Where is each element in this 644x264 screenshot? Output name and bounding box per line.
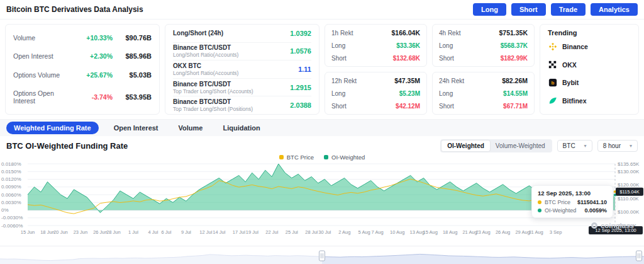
trade-button[interactable]: Trade bbox=[551, 3, 586, 16]
svg-text:10 Aug: 10 Aug bbox=[390, 229, 404, 235]
svg-text:$120.00K: $120.00K bbox=[618, 182, 640, 188]
rekt-title: 24h Rekt bbox=[439, 77, 464, 84]
trending-item-okx[interactable]: OKX bbox=[548, 56, 631, 74]
tab-weighted-funding-rate[interactable]: Weighted Funding Rate bbox=[6, 122, 99, 134]
oi-weighted-legend-swatch bbox=[324, 155, 328, 159]
trending-item-binance[interactable]: Binance bbox=[548, 38, 631, 56]
svg-text:$135.65K: $135.65K bbox=[618, 161, 640, 167]
stat-change: -3.74% bbox=[77, 93, 113, 101]
chart-tooltip: 12 Sep 2025, 13:00 BTC Price $115041.10 … bbox=[531, 185, 613, 218]
analytics-button[interactable]: Analytics bbox=[591, 3, 638, 16]
svg-text:$130.00K: $130.00K bbox=[618, 169, 640, 175]
stat-label: Open Interest bbox=[13, 52, 77, 60]
stat-label: Options Open Interest bbox=[13, 89, 77, 105]
rekt-card-24h: 24h Rekt $82.26M Long $14.55M Short $67.… bbox=[432, 72, 535, 115]
stat-row-open-interest: Open Interest +2.30% $85.96B bbox=[13, 52, 152, 60]
svg-text:26 Jun: 26 Jun bbox=[93, 229, 108, 235]
svg-text:b: b bbox=[551, 80, 554, 86]
svg-text:9 Jul: 9 Jul bbox=[181, 229, 191, 235]
chart-header: BTC OI-Weighted Funding Rate OI-Weighted… bbox=[0, 136, 644, 152]
svg-text:20 Jun: 20 Jun bbox=[53, 229, 68, 235]
top-bar: Bitcoin BTC Derivatives Data Analysis Lo… bbox=[0, 0, 644, 20]
svg-text:31 Aug: 31 Aug bbox=[528, 229, 543, 235]
long-button[interactable]: Long bbox=[473, 3, 506, 16]
ratio-subtitle: Top Trader Long/Short (Positions) bbox=[173, 106, 253, 112]
short-button[interactable]: Short bbox=[511, 3, 546, 16]
ratio-title: Binance BTC/USDT bbox=[173, 81, 253, 88]
rekt-total: $751.35K bbox=[499, 29, 528, 37]
stat-change: +25.67% bbox=[77, 71, 113, 79]
tab-liquidation[interactable]: Liquidation bbox=[218, 122, 265, 134]
svg-text:15 Aug: 15 Aug bbox=[423, 229, 437, 235]
legend-item-oi-weighted[interactable]: OI-Weighted bbox=[324, 154, 365, 161]
tooltip-oi-weighted-dot bbox=[538, 209, 541, 212]
top-actions: Long Short Trade Analytics bbox=[473, 3, 638, 16]
stat-row-options-open-interest: Options Open Interest -3.74% $53.95B bbox=[13, 89, 152, 105]
chart-legend: BTC Price OI-Weighted bbox=[0, 152, 644, 161]
rekt-cards-grid: 1h Rekt $166.04K Long $33.36K Short $132… bbox=[325, 24, 535, 115]
svg-text:4 Jul: 4 Jul bbox=[148, 229, 158, 235]
svg-text:$115.04K: $115.04K bbox=[619, 189, 640, 195]
trending-item-label: OKX bbox=[562, 61, 577, 69]
tooltip-label: OI-Weighted bbox=[545, 207, 576, 214]
oi-weighted-toggle-button[interactable]: OI-Weighted bbox=[441, 141, 490, 151]
range-navigator-plot[interactable] bbox=[0, 246, 644, 264]
rekt-long-value: $5.23M bbox=[399, 90, 420, 97]
tab-volume[interactable]: Volume bbox=[174, 122, 208, 134]
ratio-row: Long/Short (24h) 1.0392 bbox=[173, 25, 311, 43]
rekt-short-value: $132.68K bbox=[393, 55, 420, 62]
trending-item-bybit[interactable]: b Bybit bbox=[548, 74, 631, 92]
svg-text:-0.0030%: -0.0030% bbox=[1, 215, 23, 221]
chart-range-navigator[interactable] bbox=[0, 246, 644, 264]
svg-text:18 Aug: 18 Aug bbox=[443, 229, 457, 235]
rekt-short-label: Short bbox=[439, 55, 454, 62]
interval-select[interactable]: 8 hour ▾ bbox=[597, 140, 638, 152]
stat-change: +10.33% bbox=[77, 34, 113, 42]
rekt-long-label: Long bbox=[439, 42, 453, 49]
stat-label: Volume bbox=[13, 34, 77, 42]
trending-item-label: Binance bbox=[562, 43, 588, 50]
section-tabs: Weighted Funding Rate Open Interest Volu… bbox=[0, 119, 644, 136]
trending-item-bitfinex[interactable]: Bitfinex bbox=[548, 92, 631, 110]
ratio-title: OKX BTC bbox=[173, 62, 238, 69]
rekt-short-value: $182.99K bbox=[501, 55, 528, 62]
svg-text:1 Jul: 1 Jul bbox=[128, 229, 138, 235]
watermark-text: coinglass bbox=[601, 222, 634, 229]
legend-label: BTC Price bbox=[287, 154, 314, 161]
svg-text:23 Jun: 23 Jun bbox=[74, 229, 88, 235]
rekt-card-12h: 12h Rekt $47.35M Long $5.23M Short $42.1… bbox=[325, 72, 427, 115]
svg-text:29 Aug: 29 Aug bbox=[515, 229, 530, 235]
svg-text:21 Aug: 21 Aug bbox=[462, 229, 477, 235]
rekt-long-value: $568.37K bbox=[501, 42, 528, 49]
coin-select[interactable]: BTC ▾ bbox=[557, 140, 592, 152]
chart-area[interactable]: 0.0180%0.0150%0.0120%0.0090%0.0060%0.003… bbox=[0, 161, 644, 246]
svg-text:0.0030%: 0.0030% bbox=[1, 200, 21, 205]
svg-text:0.0060%: 0.0060% bbox=[1, 192, 21, 198]
svg-text:18 Jun: 18 Jun bbox=[40, 229, 55, 235]
volume-weighted-toggle-button[interactable]: Volume-Weighted bbox=[490, 141, 551, 151]
coinglass-logo-icon bbox=[591, 222, 597, 229]
ratio-value: 1.2915 bbox=[290, 84, 311, 91]
legend-item-btc-price[interactable]: BTC Price bbox=[279, 154, 314, 161]
chart-controls: OI-Weighted Volume-Weighted BTC ▾ 8 hour… bbox=[440, 139, 638, 152]
ratio-subtitle: Long/Short Ratio(Accounts) bbox=[173, 52, 238, 58]
market-stats-card: Volume +10.33% $90.76B Open Interest +2.… bbox=[5, 24, 160, 115]
rekt-long-label: Long bbox=[331, 42, 345, 49]
rekt-long-label: Long bbox=[331, 90, 345, 97]
tooltip-value: 0.0059% bbox=[584, 207, 607, 214]
ratio-row: OKX BTC Long/Short Ratio(Accounts) 1.11 bbox=[173, 60, 311, 79]
svg-text:28 Jul: 28 Jul bbox=[305, 229, 318, 235]
svg-text:12 Jul: 12 Jul bbox=[199, 229, 212, 235]
rekt-total: $82.26M bbox=[502, 77, 528, 84]
stat-value: $53.95B bbox=[113, 93, 152, 101]
svg-text:0%: 0% bbox=[1, 207, 9, 213]
svg-text:7 Aug: 7 Aug bbox=[372, 229, 384, 235]
chevron-down-icon: ▾ bbox=[630, 143, 632, 149]
svg-text:0.0120%: 0.0120% bbox=[1, 176, 21, 182]
tooltip-label: BTC Price bbox=[545, 199, 570, 205]
stat-label: Options Volume bbox=[13, 71, 77, 79]
long-short-ratios-card: Long/Short (24h) 1.0392 Binance BTC/USDT… bbox=[165, 24, 319, 115]
ratio-title: Binance BTC/USDT bbox=[173, 98, 253, 105]
svg-text:26 Aug: 26 Aug bbox=[496, 229, 510, 235]
tab-open-interest[interactable]: Open Interest bbox=[109, 122, 164, 134]
